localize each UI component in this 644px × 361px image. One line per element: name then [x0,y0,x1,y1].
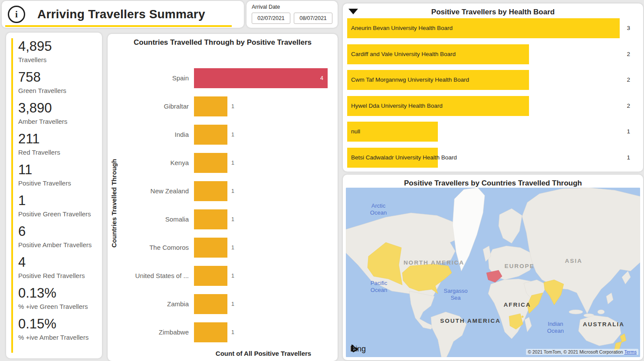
kpi-card-item: 6Positive Amber Travellers [18,223,99,250]
info-icon[interactable]: i [8,6,25,23]
countries-chart-title: Countries Travelled Through by Positive … [108,38,338,47]
bar-value-label: 1 [231,245,234,251]
kpi-value: 4,895 [18,38,99,55]
bar-value-label: 1 [627,148,630,168]
bar-somalia[interactable] [194,209,227,229]
kpi-card-item: 4,895Travellers [18,38,99,65]
bar-new-zealand[interactable] [194,181,227,201]
bar-category-label: Betsi Cadwaladr University Health Board [347,148,634,168]
start-date-input[interactable]: 02/07/2021 [252,13,290,24]
kpi-value: 6 [18,223,99,240]
powerbi-dashboard: i Arriving Travellers Summary Arrival Da… [0,0,644,361]
countries-bar-row: Spain4 [108,64,338,92]
bar-kenya[interactable] [194,153,227,173]
bar-category-label: Aneurin Bevan University Health Board [347,18,634,38]
bar-category-label: null [347,122,634,142]
kpi-value: 11 [18,162,99,178]
countries-chart-panel: Countries Travelled Through by Positive … [108,34,338,361]
kpi-label: % +ive Amber Travellers [18,332,99,342]
map-country-comoros[interactable] [522,316,523,318]
page-title: Arriving Travellers Summary [37,7,205,21]
countries-bar-row: Zambia1 [108,290,338,318]
x-axis-title: Count of All Positive Travellers [194,350,333,357]
category-label: Spain [108,74,194,82]
kpi-label: Amber Travellers [18,116,99,126]
kpi-card-item: 211Red Travellers [18,131,99,157]
bar-value-label: 1 [627,122,630,142]
kpi-label: Positive Amber Travellers [18,240,99,250]
terms-link[interactable]: Terms [624,349,637,354]
kpi-label: Red Travellers [18,147,99,157]
health-board-chart-panel: Positive Travellers by Health Board Aneu… [343,3,643,172]
world-map[interactable]: Arctic OceanNORTH AMERICAEUROPEASIAPacif… [346,188,640,357]
bar-the-comoros[interactable] [194,238,227,258]
end-date-input[interactable]: 08/07/2021 [294,13,332,24]
countries-bar-row: Gibraltar1 [108,92,338,120]
map-panel: Positive Travellers by Countries Travell… [343,175,643,360]
kpi-card-item: 3,890Amber Travellers [18,100,99,126]
date-range-inputs: 02/07/2021 08/07/2021 [252,13,332,24]
countries-bar-row: New Zealand1 [108,177,338,205]
bar-value-label: 1 [231,188,234,194]
bar-zimbabwe[interactable] [194,322,227,342]
countries-bar-row: Kenya1 [108,149,338,177]
countries-chart-plot: Spain4Gibraltar1India1Kenya1New Zealand1… [108,64,338,346]
info-icon-glyph: i [15,9,18,20]
health-board-chart-plot: Aneurin Bevan University Health Board3Ca… [347,18,634,174]
kpi-label: Green Travellers [18,86,99,96]
kpi-label: Positive Travellers [18,178,99,188]
kpi-value: 0.13% [18,285,99,301]
bar-category-label: Hywel Dda University Health Board [347,96,634,116]
kpi-value: 758 [18,69,99,86]
category-label: Kenya [108,159,194,166]
kpi-label: Positive Red Travellers [18,271,99,281]
countries-bar-row: Somalia1 [108,205,338,233]
countries-bar-row: India1 [108,120,338,149]
attribution-text: © 2021 TomTom, © 2021 Microsoft Corporat… [528,349,623,354]
bar-zambia[interactable] [194,294,227,314]
bar-category-label: Cwm Taf Morgannwg University Health Boar… [347,70,634,90]
category-label: Zambia [108,300,194,308]
map-new-guinea[interactable] [598,310,605,314]
kpi-label: Positive Green Travellers [18,209,99,219]
bar-india[interactable] [194,125,227,145]
health-board-bar-row: Cwm Taf Morgannwg University Health Boar… [347,70,634,90]
kpi-card-item: 758Green Travellers [18,69,99,96]
bar-value-label: 3 [627,18,630,38]
map-title: Positive Travellers by Countries Travell… [343,179,643,188]
bar-united-states-of-[interactable] [194,266,227,286]
kpi-panel: 4,895Travellers758Green Travellers3,890A… [6,33,102,358]
countries-bar-row: The Comoros1 [108,233,338,262]
kpi-card-item: 11Positive Travellers [18,162,99,188]
header-card: i Arriving Travellers Summary [2,1,244,28]
kpi-value: 1 [18,192,99,209]
bing-icon [350,344,359,354]
arrival-date-label: Arrival Date [252,4,332,10]
kpi-list: 4,895Travellers758Green Travellers3,890A… [11,38,99,353]
world-map-svg [346,188,640,357]
category-label: United States of ... [108,272,194,279]
bing-logo: Bing [350,344,366,354]
kpi-value: 4 [18,254,99,271]
arrival-date-slicer: Arrival Date 02/07/2021 08/07/2021 [246,1,338,28]
bar-value-label: 1 [231,132,234,138]
kpi-value: 211 [18,131,99,147]
category-label: New Zealand [108,187,194,195]
health-board-bar-row: Aneurin Bevan University Health Board3 [347,18,634,38]
category-label: Zimbabwe [108,328,194,336]
category-label: Gibraltar [108,103,194,110]
kpi-label: Travellers [18,55,99,65]
bar-value-label: 1 [231,103,234,109]
map-indonesia[interactable] [569,310,583,314]
kpi-value: 3,890 [18,100,99,116]
category-label: Somalia [108,215,194,223]
health-board-bar-row: Hywel Dda University Health Board2 [347,96,634,116]
map-attribution: © 2021 TomTom, © 2021 Microsoft Corporat… [526,349,638,355]
health-board-bar-row: Betsi Cadwaladr University Health Board1 [347,148,634,168]
bar-gibraltar[interactable] [194,96,227,116]
bar-spain[interactable]: 4 [194,68,328,88]
bar-value-label: 4 [320,75,328,81]
bar-value-label: 1 [231,160,234,166]
countries-bar-row: Zimbabwe1 [108,318,338,346]
health-board-bar-row: null1 [347,122,634,142]
